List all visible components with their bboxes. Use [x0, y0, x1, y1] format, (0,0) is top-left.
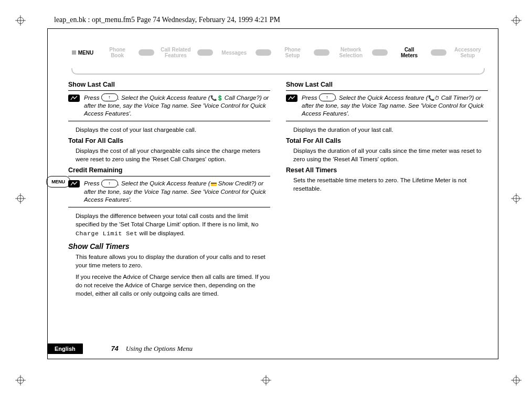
page-footer: English 74 Using the Options Menu	[47, 343, 193, 354]
body-text: Displays the cost of all your chargeable…	[76, 147, 270, 163]
tab-connector	[256, 49, 271, 56]
crop-mark-bl	[15, 375, 26, 385]
heading-show-call-timers: Show Call Timers	[68, 242, 270, 251]
body-text: This feature allows you to display the d…	[76, 253, 270, 269]
body-text: Displays the duration of all your calls …	[293, 147, 488, 163]
crop-mark-br	[511, 375, 522, 385]
tab-connector	[431, 49, 446, 56]
quick-access-note-2: Press ↑. Select the Quick Access feature…	[68, 176, 270, 207]
menu-tab: Call RelatedFeatures	[155, 47, 196, 58]
menu-breadcrumb: MENU PhoneBookCall RelatedFeaturesMessag…	[68, 42, 488, 63]
quick-access-icon	[68, 180, 80, 187]
page-content: MENU PhoneBookCall RelatedFeaturesMessag…	[68, 42, 488, 301]
up-key-icon: ↑	[319, 93, 336, 101]
menu-tabs: PhoneBookCall RelatedFeaturesMessagesPho…	[97, 47, 488, 58]
note-text: Press ↑. Select the Quick Access feature…	[84, 180, 270, 203]
menu-bracket	[71, 68, 485, 75]
heading-credit-remaining: Credit Remaining	[68, 166, 270, 174]
framemaker-header: leap_en.bk : opt_menu.fm5 Page 74 Wednes…	[54, 16, 280, 24]
crop-mark-mr	[511, 193, 522, 204]
menu-tab: AccessorySetup	[448, 47, 488, 58]
heading-total-all-calls-r: Total For All Calls	[286, 137, 488, 144]
quick-access-icon	[286, 95, 297, 102]
menu-tab: PhoneBook	[97, 47, 137, 58]
crop-mark-ml	[15, 193, 26, 204]
body-text: Sets the resettable time meters to zero.…	[293, 176, 488, 193]
note-text: Press ↑. Select the Quick Access feature…	[302, 94, 488, 118]
language-badge: English	[47, 343, 83, 354]
menu-icon: MENU	[68, 47, 97, 58]
call-charge-icon: 📞💲	[210, 94, 223, 102]
menu-tab: CallMeters	[389, 47, 429, 58]
column-right: Show Last Call Press ↑. Select the Quick…	[286, 78, 488, 301]
tab-connector	[314, 49, 329, 56]
chapter-title: Using the Options Menu	[126, 345, 193, 353]
quick-access-note-1: Press ↑. Select the Quick Access feature…	[68, 90, 270, 121]
up-key-icon: ↑	[101, 180, 118, 187]
page-number: 74	[111, 345, 119, 352]
show-credit-icon: 💳	[210, 180, 217, 188]
call-timer-icon: 📞⏱	[428, 94, 440, 102]
crop-mark-bc	[261, 375, 271, 385]
menu-tab: NetworkSelection	[331, 47, 371, 58]
crop-mark-tl	[15, 15, 26, 26]
side-menu-label: MENU	[46, 176, 70, 187]
two-column-layout: Show Last Call Press ↑. Select the Quick…	[68, 78, 488, 301]
tab-connector	[197, 49, 213, 56]
body-text: Displays the difference between your tot…	[76, 212, 270, 238]
heading-show-last-call-r: Show Last Call	[286, 81, 488, 88]
quick-access-icon	[68, 95, 80, 102]
crop-mark-tr	[511, 15, 522, 26]
heading-show-last-call-l: Show Last Call	[68, 81, 270, 88]
menu-tab: PhoneSetup	[272, 47, 313, 58]
quick-access-note-3: Press ↑. Select the Quick Access feature…	[286, 90, 488, 121]
heading-reset-all-timers: Reset All Timers	[286, 166, 488, 174]
body-text: Displays the cost of your last chargeabl…	[76, 126, 270, 134]
tab-connector	[139, 49, 154, 56]
body-text: Displays the duration of your last call.	[293, 126, 488, 134]
body-text: If you receive the Advice of Charge serv…	[76, 273, 270, 298]
up-key-icon: ↑	[101, 93, 118, 101]
column-left: Show Last Call Press ↑. Select the Quick…	[68, 78, 270, 301]
note-text: Press ↑. Select the Quick Access feature…	[84, 94, 270, 118]
tab-connector	[372, 49, 388, 56]
menu-icon-label: MENU	[78, 50, 93, 56]
heading-total-all-calls-l: Total For All Calls	[68, 137, 270, 144]
menu-tab: Messages	[214, 50, 254, 56]
